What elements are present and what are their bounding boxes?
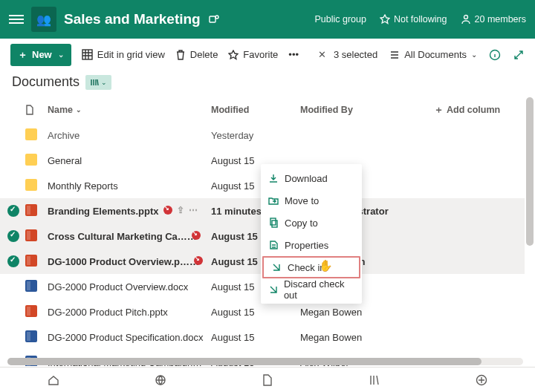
ellipsis-icon: ••• xyxy=(288,49,299,60)
vertical-scrollbar[interactable] xyxy=(526,97,534,345)
home-icon xyxy=(48,374,59,386)
folder-icon xyxy=(25,128,37,140)
selection-label: 3 selected xyxy=(334,49,377,60)
site-header: 👥 Sales and Marketing Public group Not f… xyxy=(0,0,535,39)
menu-discard-check-out[interactable]: Discard check out xyxy=(261,278,362,301)
chevron-down-icon: ⌄ xyxy=(58,50,64,59)
edit-grid-button[interactable]: Edit in grid view xyxy=(82,49,165,60)
pptx-icon xyxy=(25,255,37,267)
plus-icon: ＋ xyxy=(18,48,27,62)
row-checkbox[interactable] xyxy=(7,255,19,267)
modified-date: August 15 xyxy=(211,332,300,343)
hamburger-icon[interactable] xyxy=(9,15,24,24)
file-icon xyxy=(262,374,273,386)
file-name[interactable]: General xyxy=(48,155,211,166)
properties-icon xyxy=(268,240,279,250)
library-title: Documents xyxy=(12,74,80,90)
nav-library[interactable] xyxy=(368,373,381,387)
nav-files[interactable] xyxy=(261,373,274,387)
pptx-icon xyxy=(25,204,37,216)
person-icon xyxy=(461,14,471,24)
check-in-icon xyxy=(271,262,282,272)
file-name[interactable]: Archive xyxy=(48,130,211,141)
checked-out-icon xyxy=(194,256,203,265)
chevron-down-icon: ⌄ xyxy=(471,50,477,59)
menu-check-in[interactable]: Check in xyxy=(262,256,360,278)
selection-count[interactable]: ✕3 selected xyxy=(318,49,377,60)
chevron-down-icon: ⌄ xyxy=(76,106,82,114)
view-label: All Documents xyxy=(404,49,467,60)
col-modified-by[interactable]: Modified By xyxy=(300,105,434,115)
file-name[interactable]: Monthly Reports xyxy=(48,180,211,192)
file-name[interactable]: DG-1000 Product Overview.p…⇪⋯ xyxy=(48,255,211,267)
svg-point-2 xyxy=(464,16,467,19)
table-row[interactable]: ArchiveYesterday xyxy=(0,122,525,148)
view-switcher[interactable]: All Documents ⌄ xyxy=(389,49,477,60)
delete-label: Delete xyxy=(190,49,218,60)
copy-icon xyxy=(268,218,279,228)
globe-icon xyxy=(155,374,166,386)
follow-button[interactable]: Not following xyxy=(380,14,447,24)
nav-home[interactable] xyxy=(47,373,60,387)
svg-rect-0 xyxy=(210,16,215,22)
file-name[interactable]: DG-2000 Product Specification.docx xyxy=(48,332,211,343)
members-label: 20 members xyxy=(475,14,526,24)
menu-copy-to[interactable]: Copy to xyxy=(261,212,362,234)
chevron-down-icon: ⌄ xyxy=(101,79,107,86)
table-row[interactable]: DG-2000 Product Specification.docxAugust… xyxy=(0,324,525,350)
discard-icon xyxy=(268,284,278,295)
file-icon xyxy=(25,105,34,115)
clear-selection-icon[interactable]: ✕ xyxy=(318,49,326,60)
svg-rect-3 xyxy=(82,50,92,59)
menu-download[interactable]: Download xyxy=(261,167,362,189)
modified-date: August 15 xyxy=(211,307,300,318)
site-logo[interactable]: 👥 xyxy=(31,7,56,32)
list-icon xyxy=(389,50,400,60)
folder-icon xyxy=(25,154,37,166)
edit-grid-label: Edit in grid view xyxy=(97,49,165,60)
col-modified[interactable]: Modified xyxy=(211,105,300,115)
horizontal-scrollbar[interactable] xyxy=(7,358,523,365)
bottom-nav xyxy=(0,367,535,392)
modified-date: Yesterday xyxy=(211,130,300,141)
file-name[interactable]: Cross Cultural Marketing Ca…⇪⋯ xyxy=(48,230,211,242)
books-icon xyxy=(90,78,99,87)
favorite-button[interactable]: Favorite xyxy=(228,49,278,60)
modified-by: Megan Bowen xyxy=(300,307,434,318)
menu-properties[interactable]: Properties xyxy=(261,234,362,256)
download-icon xyxy=(268,173,279,183)
pptx-icon xyxy=(25,229,37,241)
column-headers: Name ⌄ Modified Modified By ＋ Add column xyxy=(0,97,525,122)
library-header: Documents ⌄ xyxy=(0,71,535,97)
file-name[interactable]: DG-2000 Product Pitch.pptx xyxy=(48,307,211,318)
col-add[interactable]: ＋ Add column xyxy=(434,104,520,117)
members-button[interactable]: 20 members xyxy=(461,14,526,24)
folder-icon xyxy=(25,179,37,191)
col-type[interactable] xyxy=(25,105,48,115)
row-more-icon[interactable]: ⋯ xyxy=(189,205,198,215)
modified-by: Megan Bowen xyxy=(300,332,434,343)
site-title: Sales and Marketing xyxy=(64,11,201,27)
share-icon[interactable]: ⇪ xyxy=(177,205,184,215)
library-view-pill[interactable]: ⌄ xyxy=(85,75,111,90)
trash-icon xyxy=(175,50,186,60)
more-button[interactable]: ••• xyxy=(288,49,299,60)
row-checkbox[interactable] xyxy=(7,230,19,242)
file-name[interactable]: Branding Elements.pptx⇪⋯ xyxy=(48,205,211,217)
new-button[interactable]: ＋ New ⌄ xyxy=(10,44,71,66)
file-name[interactable]: DG-2000 Product Overview.docx xyxy=(48,281,211,293)
svg-rect-6 xyxy=(272,220,277,227)
nav-sites[interactable] xyxy=(154,373,167,387)
checked-out-icon xyxy=(163,206,172,215)
menu-move-to[interactable]: Move to xyxy=(261,189,362,212)
expand-icon[interactable] xyxy=(513,49,525,61)
info-icon[interactable] xyxy=(489,49,501,61)
share-icon[interactable]: ⇪ xyxy=(205,230,211,241)
group-visibility: Public group xyxy=(314,14,366,24)
nav-add[interactable] xyxy=(475,373,488,387)
col-name[interactable]: Name ⌄ xyxy=(48,105,211,115)
new-label: New xyxy=(32,49,52,60)
delete-button[interactable]: Delete xyxy=(175,49,218,60)
plus-circle-icon xyxy=(476,374,487,386)
row-checkbox[interactable] xyxy=(7,205,19,217)
